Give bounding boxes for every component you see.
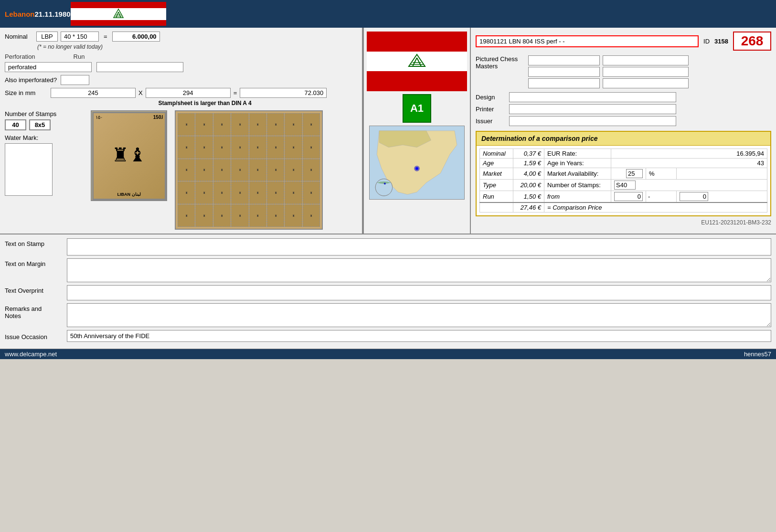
run-input[interactable] [96,62,183,72]
issuer-input[interactable] [509,116,676,126]
text-on-stamp-label: Text on Stamp [5,238,62,247]
sheet-stamp: ♜ [195,136,213,159]
chess-input-row3 [528,78,689,88]
issue-occasion-row: Issue Occasion [5,330,771,342]
design-input[interactable] [509,92,676,102]
sheet-stamp: ♜ [213,159,231,181]
sheet-stamp: ♜ [303,204,320,227]
sheet-stamp: ♜ [249,181,266,204]
sheet-stamp: ♜ [213,136,231,159]
chess-inputs [528,55,689,88]
size-row: Size in mm X = [5,88,357,98]
bottom-section: Text on Stamp Text on Margin Text Overpr… [0,234,776,349]
comp-row-run: Run 1,50 € from - [480,191,767,203]
text-overprint-label: Text Overprint [5,285,62,294]
footer-right: hennes57 [744,351,771,358]
chess-masters-section: Pictured ChessMasters [476,55,771,88]
text-on-stamp-input[interactable] [67,238,771,255]
chess-input-6[interactable] [603,78,689,88]
perforation-input[interactable] [5,62,92,72]
printer-input[interactable] [509,104,676,114]
sheet-stamp: ♜ [178,113,195,136]
chess-input-1[interactable] [528,55,600,65]
map-image [369,126,465,200]
chess-input-4[interactable] [603,67,689,77]
flag-map-column: A1 [364,28,471,234]
sheet-stamp: ♜ [267,204,284,227]
country-title: Lebanon [5,10,35,18]
left-panel: Nominal LBP 40 * 150 = 6.000,00 (* = no … [0,28,363,234]
market-avail-input[interactable] [626,169,643,178]
stamp-sheet-image: ♜ ♜ ♜ ♜ ♜ ♜ ♜ ♜ ♜ ♜ ♜ ♜ ♜ ♜ ♜ [175,110,323,230]
svg-point-15 [384,182,386,184]
text-overprint-input[interactable] [67,285,771,300]
chess-input-3[interactable] [528,67,600,77]
design-printer-section: Design Printer Issuer [476,92,771,126]
stamp-value-text: 150ﻟ [153,115,163,120]
stamp-count-box[interactable]: 40 [5,119,26,130]
eu-code: EU121-20231201-BM3-232 [476,219,771,226]
also-imperf-input[interactable] [61,75,89,85]
chess-input-5[interactable] [528,78,600,88]
num-stamps-inputs: 40 8x5 [5,119,86,130]
equals-sign: = [102,33,109,40]
sheet-stamp: ♜ [249,113,266,136]
comp-row-age: Age 1,59 € Age in Years: 43 [480,159,767,168]
sheet-stamp: ♜ [231,113,248,136]
design-label: Design [476,94,504,101]
nominal-value-field[interactable]: 6.000,00 [112,32,160,42]
sheet-stamp: ♜ [303,113,320,136]
sheet-stamp: ♜ [303,136,320,159]
text-on-margin-label: Text on Margin [5,258,62,267]
nominal-note: (* = no longer valid today) [37,43,357,50]
sheet-stamp: ♜ [285,113,302,136]
sheet-stamp: ♜ [285,181,302,204]
issue-occasion-input[interactable] [67,330,771,342]
currency-field[interactable]: LBP [36,32,58,42]
sheet-stamp: ♜ [231,181,248,204]
comparison-content: Nominal 0,37 € EUR Rate: 16.395,94 Age 1… [477,146,770,215]
text-on-margin-textarea[interactable] [67,258,771,282]
id-value-box: 268 [733,32,771,51]
sheet-stamp: ♜ [249,204,266,227]
nominal-row: Nominal LBP 40 * 150 = 6.000,00 [5,32,357,42]
nominal-formula-field[interactable]: 40 * 150 [61,32,99,42]
sheet-stamp: ♜ [285,159,302,181]
sheet-stamp: ♜ [231,204,248,227]
sheet-stamp: ♜ [249,159,266,181]
num-stamps-comp-input[interactable] [614,181,636,190]
stamp-value-ar-text: ١٥٠ [96,115,103,120]
sheet-stamp: ♜ [213,204,231,227]
sheet-stamp: ♜ [267,113,284,136]
footer-left: www.delcampe.net [5,351,57,358]
size-label: Size in mm [5,89,48,96]
remarks-label: Remarks andNotes [5,303,62,319]
cedar-svg [405,53,429,70]
catalog-code-input[interactable] [476,35,699,47]
sheet-stamp: ♜ [249,136,266,159]
size-height-input[interactable] [146,88,231,98]
stamp-arrangement-box[interactable]: 8x5 [29,119,51,130]
sheet-stamp: ♜ [267,136,284,159]
comparison-header: Determination of a comparison price [477,132,770,146]
remarks-textarea[interactable] [67,303,771,327]
size-result-input[interactable] [240,88,327,98]
size-width-input[interactable] [51,88,136,98]
perf-run-inputs [5,62,357,72]
sheet-stamp: ♜ [231,136,248,159]
num-stamps-label: Number of Stamps [5,110,86,117]
size-x: X [138,89,143,96]
num-stamps-col: Number of Stamps 40 8x5 Water Mark: [5,110,86,196]
comp-row-type: Type 20,00 € Number of Stamps: [480,180,767,191]
flag-header [71,2,166,26]
run-from-input[interactable] [614,192,643,201]
stamps-section: Number of Stamps 40 8x5 Water Mark: 150ﻟ… [5,110,357,230]
chess-figures: ♜♝ [94,123,165,187]
chess-input-2[interactable] [603,55,689,65]
right-panel: ID 3158 268 Pictured ChessMasters [471,28,776,234]
watermark-box[interactable] [5,143,53,196]
sheet-stamp: ♜ [195,159,213,181]
perforation-header: Perforation [5,53,35,60]
run-to-input[interactable] [680,192,708,201]
sheet-stamp: ♜ [303,181,320,204]
